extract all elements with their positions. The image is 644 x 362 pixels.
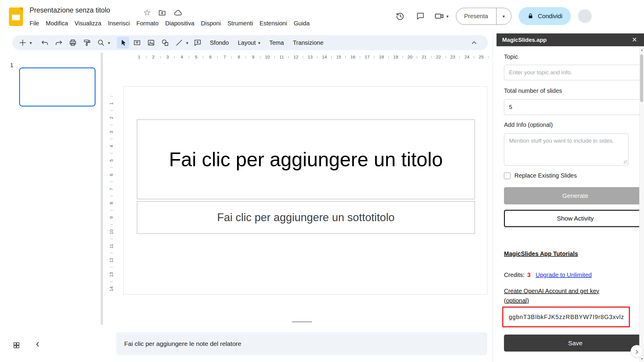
- cloud-status-icon[interactable]: [173, 8, 182, 17]
- new-slide-button[interactable]: [16, 37, 29, 49]
- slides-logo-page: [12, 15, 20, 20]
- camera-caret-icon[interactable]: ▾: [446, 14, 449, 19]
- line-caret-icon[interactable]: ▾: [185, 37, 190, 49]
- title-placeholder-box[interactable]: Fai clic per aggiungere un titolo: [137, 119, 475, 199]
- select-tool-button[interactable]: [117, 37, 129, 49]
- text-box-button[interactable]: [131, 37, 143, 49]
- ruler-mark: 6: [203, 53, 218, 61]
- scroll-up-icon[interactable]: ▲: [640, 46, 644, 53]
- menu-item[interactable]: Visualizza: [71, 18, 105, 29]
- ruler-mark: 9: [104, 213, 119, 222]
- meet-camera-group[interactable]: ▾: [434, 11, 449, 21]
- move-folder-icon[interactable]: [158, 9, 166, 17]
- ruler-mark: 3: [161, 53, 175, 61]
- menu-item[interactable]: Strumenti: [224, 18, 256, 29]
- background-button[interactable]: Sfondo: [205, 37, 233, 49]
- tutorials-row: MagicSlides App Tutorials: [504, 250, 628, 257]
- slides-logo-fold: [19, 7, 23, 11]
- ruler-mark: 12: [289, 53, 303, 61]
- menu-item[interactable]: Estensioni: [256, 18, 290, 29]
- menu-item[interactable]: Disponi: [198, 18, 224, 29]
- speaker-notes-placeholder: Fai clic per aggiungere le note del rela…: [124, 340, 241, 347]
- zoom-button[interactable]: [95, 37, 107, 49]
- transition-button[interactable]: Transizione: [288, 37, 328, 49]
- insert-shape-button[interactable]: [159, 37, 171, 49]
- ruler-mark: 8: [232, 53, 246, 61]
- topic-input[interactable]: [504, 65, 644, 80]
- menu-item[interactable]: Guida: [291, 18, 313, 29]
- redo-button[interactable]: [53, 37, 65, 49]
- tutorials-link[interactable]: MagicSlides App Tutorials: [504, 250, 578, 257]
- horizontal-ruler: 1234567891011121314151617181920212223242…: [132, 53, 488, 61]
- topic-label: Topic: [504, 53, 628, 60]
- menu-item[interactable]: File: [26, 18, 42, 29]
- ruler-mark: 2: [104, 113, 119, 122]
- upgrade-link[interactable]: Upgrade to Unlimited: [536, 272, 592, 278]
- collapse-toolbar-button[interactable]: [468, 37, 480, 49]
- star-icon[interactable]: ☆: [143, 9, 151, 17]
- collapse-filmstrip-button[interactable]: ‹: [36, 338, 39, 349]
- ruler-mark: 22: [431, 53, 446, 61]
- avatar[interactable]: [578, 9, 592, 23]
- slide-thumbnail[interactable]: [19, 67, 96, 107]
- notes-drag-handle[interactable]: [292, 321, 312, 322]
- grid-view-button[interactable]: [13, 341, 20, 349]
- comments-icon[interactable]: [414, 10, 427, 23]
- ruler-mark: 10: [260, 53, 275, 61]
- filmstrip-scrollbar[interactable]: [101, 53, 103, 325]
- speaker-notes[interactable]: Fai clic per aggiungere le note del rela…: [116, 332, 487, 355]
- menu-item[interactable]: Modifica: [42, 18, 71, 29]
- ruler-mark: 6: [104, 170, 119, 179]
- theme-button[interactable]: Tema: [265, 37, 288, 49]
- menu-item[interactable]: Formato: [133, 18, 162, 29]
- close-icon[interactable]: ×: [632, 36, 637, 44]
- resize-handle-icon[interactable]: [624, 160, 628, 164]
- insert-line-button[interactable]: [173, 37, 185, 49]
- subtitle-placeholder-box[interactable]: Fai clic per aggiungere un sottotitolo: [137, 201, 475, 234]
- ruler-mark: 14: [104, 284, 119, 293]
- generate-button[interactable]: Generate: [504, 187, 644, 204]
- slide-number: 1: [10, 62, 13, 69]
- undo-button[interactable]: [39, 37, 51, 49]
- sidebar-title: MagicSlides.app: [502, 37, 547, 43]
- show-activity-button[interactable]: Show Activity: [504, 210, 644, 227]
- paint-format-button[interactable]: [81, 37, 93, 49]
- present-label[interactable]: Presenta: [456, 8, 496, 24]
- slides-count-input[interactable]: [504, 99, 644, 115]
- sidebar-scrollbar-thumb[interactable]: [640, 54, 643, 102]
- title-placeholder-text: Fai clic per aggiungere un titolo: [169, 148, 443, 171]
- slides-logo-icon[interactable]: [9, 7, 23, 26]
- version-history-icon[interactable]: [394, 10, 407, 23]
- openai-key-link[interactable]: Create OpenAI Account and get key (optio…: [504, 286, 623, 305]
- ruler-mark: 11: [275, 53, 289, 61]
- api-key-box: [502, 306, 630, 327]
- api-key-input[interactable]: [503, 314, 629, 321]
- ruler-mark: 2: [146, 53, 161, 61]
- menu-item[interactable]: Inserisci: [104, 18, 133, 29]
- ruler-mark: 19: [389, 53, 403, 61]
- menu-item[interactable]: Diapositiva: [162, 18, 198, 29]
- save-button[interactable]: Save: [504, 335, 644, 352]
- insert-image-button[interactable]: [145, 37, 157, 49]
- new-slide-caret-icon[interactable]: ▾: [28, 37, 33, 49]
- ruler-mark: 18: [374, 53, 389, 61]
- layout-button[interactable]: Layout▾: [233, 37, 265, 49]
- share-button[interactable]: Condividi: [519, 7, 571, 25]
- topbar-actions: ▾ Presenta ▾ Condividi: [394, 7, 592, 25]
- ruler-mark: 21: [417, 53, 431, 61]
- add-info-textarea[interactable]: [504, 133, 628, 166]
- main-toolbar: ▾ ▾ ▾: [12, 35, 488, 50]
- replace-slides-checkbox[interactable]: [504, 172, 511, 179]
- insert-comment-button[interactable]: [191, 37, 204, 49]
- document-title[interactable]: Presentazione senza titolo: [30, 6, 110, 14]
- ruler-mark: 4: [104, 142, 119, 151]
- credits-label: Credits:: [504, 272, 525, 278]
- ruler-mark: 12: [104, 256, 119, 265]
- ruler-mark: 4: [175, 53, 189, 61]
- present-caret-icon[interactable]: ▾: [496, 8, 511, 24]
- zoom-caret-icon[interactable]: ▾: [106, 37, 112, 49]
- print-button[interactable]: [67, 37, 79, 49]
- present-button[interactable]: Presenta ▾: [456, 8, 511, 25]
- ruler-mark: 5: [104, 156, 119, 165]
- hide-side-panel-button[interactable]: ›: [631, 345, 643, 358]
